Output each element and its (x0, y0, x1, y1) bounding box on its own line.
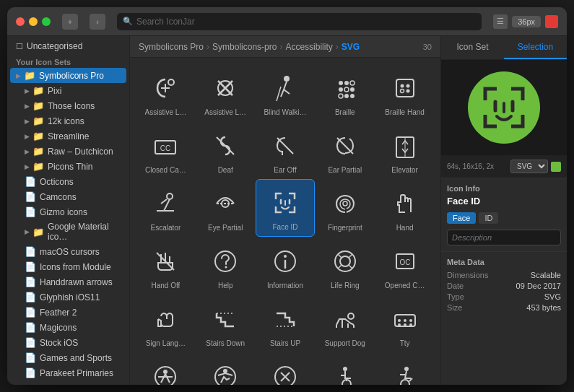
add-tab-button[interactable]: + (62, 14, 78, 30)
icon-label: Support Dog (325, 339, 365, 348)
minimize-button[interactable] (29, 17, 38, 26)
icon-cell-closed-ca[interactable]: CC Closed Ca… (136, 121, 196, 179)
icon-hand (388, 186, 422, 221)
sidebar-item-those-icons[interactable]: ▶ 📁 Those Icons (10, 98, 126, 113)
icon-cell-opened-c[interactable]: OC Opened C… (375, 237, 435, 295)
svg-point-31 (284, 255, 287, 258)
sidebar-item-parakeet[interactable]: 📄 Parakeet Primaries (10, 365, 126, 380)
icon-cell-deaf[interactable]: Deaf (196, 121, 256, 179)
sidebar-item-glyphish[interactable]: 📄 Glyphish iOS11 (10, 289, 126, 305)
icon-cell-assistive-l-2[interactable]: Assistive L… (196, 64, 256, 121)
sidebar-item-stock-ios[interactable]: 📄 Stock iOS (10, 335, 126, 350)
icon-info-title: Icon Info (447, 184, 561, 193)
icon-cell-assistive-l-1[interactable]: Assistive L… (136, 64, 196, 121)
sidebar-item-symbolicons-pro[interactable]: ▶ 📁 Symbolicons Pro (10, 68, 126, 83)
breadcrumb-accessibility[interactable]: Accessibility (285, 42, 332, 52)
icon-cell-help[interactable]: Help (196, 237, 256, 295)
color-picker[interactable] (545, 15, 558, 28)
sidebar-item-feather[interactable]: 📄 Feather 2 (10, 305, 126, 320)
folder-icon: 📁 (24, 70, 35, 81)
svg-point-7 (344, 87, 349, 92)
icon-cell-information[interactable]: Information (256, 237, 316, 295)
sidebar-item-icons-module[interactable]: 📄 Icons from Module (10, 259, 126, 274)
tab-icon-set[interactable]: Icon Set (441, 36, 504, 59)
folder-icon: 📄 (25, 367, 36, 378)
sidebar-item-uncategorised[interactable]: ☐ Uncategorised (10, 39, 126, 53)
svg-line-36 (338, 265, 342, 269)
breadcrumb-symbolicons-pro[interactable]: Symbolicons Pro (139, 42, 204, 52)
color-dot[interactable] (551, 162, 561, 172)
icon-cell-elevator[interactable]: Elevator (375, 121, 435, 179)
tag-id[interactable]: ID (479, 212, 498, 224)
sidebar-item-streamline[interactable]: ▶ 📁 Streamline (10, 129, 126, 144)
icon-cell-hand[interactable]: Hand (375, 179, 435, 237)
icon-cell-eye-partial[interactable]: Eye Partial (196, 179, 256, 237)
filter-button[interactable]: ☰ (493, 14, 508, 29)
icon-cell-wheelchair-2[interactable]: Wheelchai… (375, 352, 435, 385)
sidebar-item-label: Glyphish iOS11 (40, 292, 100, 302)
sidebar-item-google-material[interactable]: ▶ 📁 Google Material ico… (10, 219, 126, 244)
sidebar-item-raw-dutchicon[interactable]: ▶ 📁 Raw – Dutchicon (10, 144, 126, 159)
sidebar-item-gizmo[interactable]: 📄 Gizmo icons (10, 204, 126, 219)
tab-selection[interactable]: Selection (504, 36, 567, 59)
icon-cell-stairs-down[interactable]: Stairs Down (196, 295, 256, 352)
meta-val: 453 bytes (526, 303, 561, 312)
svg-point-15 (400, 90, 404, 93)
sidebar-item-pixi[interactable]: ▶ 📁 Pixi (10, 83, 126, 98)
icon-stairs-down (208, 302, 243, 336)
svg-line-35 (349, 254, 352, 258)
sidebar-item-label: Streamline (48, 131, 89, 141)
icon-cell-universal-1[interactable]: Universal… (136, 352, 196, 385)
sidebar-item-octicons[interactable]: 📄 Octicons (10, 174, 126, 189)
chevron-icon: ▶ (16, 72, 21, 79)
svg-line-37 (349, 265, 352, 269)
icon-braille (328, 71, 362, 105)
icon-cell-blind-walking[interactable]: Blind Walki… (256, 64, 316, 121)
sidebar-item-picons-thin[interactable]: ▶ 📁 Picons Thin (10, 159, 126, 174)
svg-point-21 (167, 193, 173, 199)
icon-cell-wheelchair[interactable]: Wheelchair (315, 352, 375, 385)
chevron-icon: ▶ (25, 148, 30, 155)
icon-cell-sign-lang[interactable]: Sign Lang… (136, 295, 196, 352)
icon-cell-support-dog[interactable]: Support Dog (315, 295, 375, 352)
svg-point-47 (409, 323, 412, 326)
breadcrumb-svg[interactable]: SVG (342, 42, 360, 52)
icon-cell-hand-off[interactable]: Hand Off (136, 237, 196, 295)
maximize-button[interactable] (42, 17, 51, 26)
icon-cell-universal-3[interactable]: Universal… (256, 352, 316, 385)
format-dropdown[interactable]: SVG PNG (510, 160, 548, 173)
sidebar-item-label: 12k icons (48, 116, 84, 126)
icon-cell-braille-hand[interactable]: Braille Hand (375, 64, 435, 121)
nav-button[interactable]: › (90, 14, 105, 30)
icon-cell-escalator[interactable]: Escalator (136, 179, 196, 237)
icon-closed-ca: CC (148, 129, 183, 163)
meta-val: SVG (544, 292, 561, 301)
search-bar[interactable]: 🔍 Search IconJar (117, 13, 482, 30)
icon-cell-life-ring[interactable]: Life Ring (315, 237, 375, 295)
close-button[interactable] (16, 17, 25, 26)
icon-cell-ear-off[interactable]: Ear Off (256, 121, 316, 179)
icon-cell-tty[interactable]: Tty (375, 295, 435, 352)
icon-label: Hand Off (151, 282, 180, 290)
size-selector[interactable]: 36px (512, 16, 541, 27)
sidebar-item-handdrawn[interactable]: 📄 Handdrawn arrows (10, 274, 126, 289)
chevron-icon: ▶ (25, 103, 30, 110)
icon-cell-braille[interactable]: Braille (315, 64, 375, 121)
breadcrumb-symbolicons-pro-2[interactable]: Symbolicons-pro (212, 42, 277, 52)
sidebar-item-games-sports[interactable]: 📄 Games and Sports (10, 350, 126, 365)
sidebar-item-12k[interactable]: ▶ 📁 12k icons (10, 113, 126, 129)
sidebar-item-magicons[interactable]: 📄 Magicons (10, 320, 126, 335)
icon-cell-fingerprint[interactable]: Fingerprint (315, 179, 375, 237)
tag-face[interactable]: Face (447, 212, 476, 224)
icon-cell-stairs-up[interactable]: Stairs UP (256, 295, 316, 352)
icon-life-ring (328, 244, 362, 279)
description-field[interactable] (447, 230, 561, 245)
svg-point-13 (400, 84, 404, 88)
sidebar-item-macos-cursors[interactable]: 📄 macOS cursors (10, 244, 126, 259)
icon-cell-universal-2[interactable]: Universal… (196, 352, 256, 385)
icon-cell-face-id[interactable]: Face ID (256, 179, 316, 237)
meta-key: Size (447, 303, 462, 312)
sidebar-item-camcons[interactable]: 📄 Camcons (10, 189, 126, 204)
icon-cell-ear-partial[interactable]: Ear Partial (315, 121, 375, 179)
meta-key: Date (447, 282, 464, 290)
